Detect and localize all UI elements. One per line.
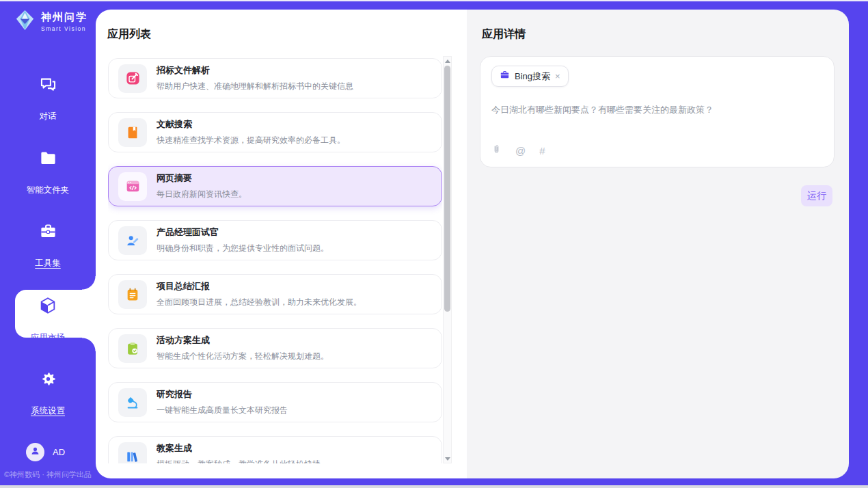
app-list-title: 应用列表 <box>107 27 151 42</box>
mention-icon[interactable]: @ <box>515 145 526 157</box>
sidebar-item-0[interactable]: 对话 <box>0 75 96 122</box>
app-desc: 智能生成个性化活动方案，轻松解决规划难题。 <box>157 351 329 362</box>
webpage-icon <box>118 172 147 201</box>
app-detail-panel: 应用详情 Bing搜索 × 今日湖北有哪些新闻要点？有哪些需要关注的最新政策？ <box>467 10 849 478</box>
sidebar-item-label: 系统设置 <box>31 405 65 417</box>
app-desc: 快速精准查找学术资源，提高研究效率的必备工具。 <box>157 135 345 146</box>
brand-logo: 神州问学 Smart Vision <box>14 9 87 34</box>
app-name: 活动方案生成 <box>157 334 329 347</box>
folder-icon <box>0 149 96 167</box>
user-initials: AD <box>53 447 65 457</box>
hash-icon[interactable]: # <box>539 145 545 157</box>
app-desc: 帮助用户快速、准确地理解和解析招标书中的关键信息 <box>157 81 353 92</box>
app-card-7[interactable]: 教案生成模板驱动，教案秒成，教学准备从此轻松快捷 <box>108 436 442 463</box>
person-icon <box>29 445 41 459</box>
user-row[interactable]: AD <box>26 443 65 461</box>
sidebar-item-label: 工具集 <box>35 258 61 269</box>
app-card-0[interactable]: 招标文件解析帮助用户快速、准确地理解和解析招标书中的关键信息 <box>108 58 442 98</box>
interview-icon <box>118 226 147 255</box>
report-icon <box>118 280 147 309</box>
brand-subtitle: Smart Vision <box>41 25 87 32</box>
tool-tag-bing-search[interactable]: Bing搜索 × <box>491 66 569 87</box>
gear-icon <box>0 370 96 388</box>
brand-name: 神州问学 <box>41 11 87 24</box>
sidebar-item-label: 对话 <box>40 111 57 122</box>
app-name: 研究报告 <box>157 388 288 401</box>
app-desc: 一键智能生成高质量长文本研究报告 <box>157 405 288 416</box>
clipboard-icon <box>118 334 147 363</box>
main-content: 应用列表 招标文件解析帮助用户快速、准确地理解和解析招标书中的关键信息文献搜索快… <box>96 10 849 478</box>
scrollbar-thumb[interactable] <box>444 66 450 312</box>
app-detail-title: 应用详情 <box>482 27 526 42</box>
app-desc: 全面回顾项目进展，总结经验教训，助力未来优化发展。 <box>157 297 362 308</box>
copyright-text: ©神州数码 · 神州问学出品 <box>4 470 92 480</box>
sidebar-item-label: 智能文件夹 <box>27 185 70 196</box>
briefcase-icon <box>500 70 510 83</box>
avatar[interactable] <box>26 443 44 461</box>
sidebar-item-2[interactable]: 工具集 <box>0 222 96 269</box>
prompt-input[interactable]: 今日湖北有哪些新闻要点？有哪些需要关注的最新政策？ <box>491 104 823 116</box>
app-desc: 明确身份和职责，为您提供专业性的面试问题。 <box>157 243 329 254</box>
input-toolbar: @ # <box>491 144 545 158</box>
app-card-4[interactable]: 项目总结汇报全面回顾项目进展，总结经验教训，助力未来优化发展。 <box>108 274 442 314</box>
window-top-edge <box>0 0 868 1</box>
app-desc: 每日政府新闻资讯快查。 <box>157 189 247 200</box>
app-card-2[interactable]: 网页摘要每日政府新闻资讯快查。 <box>108 166 442 206</box>
sidebar-item-label: 应用市场 <box>31 332 65 344</box>
sidebar-item-3[interactable]: 应用市场 <box>0 296 96 344</box>
app-card-5[interactable]: 活动方案生成智能生成个性化活动方案，轻松解决规划难题。 <box>108 328 442 368</box>
tool-tag-label: Bing搜索 <box>515 70 550 83</box>
app-name: 产品经理面试官 <box>157 226 329 239</box>
prompt-card: Bing搜索 × 今日湖北有哪些新闻要点？有哪些需要关注的最新政策？ @ # <box>480 56 835 167</box>
book-icon <box>118 118 147 147</box>
app-list-panel: 应用列表 招标文件解析帮助用户快速、准确地理解和解析招标书中的关键信息文献搜索快… <box>96 10 467 478</box>
app-list: 招标文件解析帮助用户快速、准确地理解和解析招标书中的关键信息文献搜索快速精准查找… <box>108 58 442 463</box>
app-name: 教案生成 <box>157 442 321 455</box>
tag-close-icon[interactable]: × <box>555 72 560 81</box>
cube-icon <box>0 296 96 315</box>
bid-edit-icon <box>118 64 147 93</box>
app-list-scrollbar[interactable] <box>443 56 452 463</box>
sidebar-item-4[interactable]: 系统设置 <box>0 370 96 417</box>
books-icon <box>118 442 147 464</box>
app-desc: 模板驱动，教案秒成，教学准备从此轻松快捷 <box>157 459 321 463</box>
paperclip-icon[interactable] <box>491 144 502 158</box>
window-bottom-edge <box>0 485 868 488</box>
scroll-up-arrow-icon[interactable] <box>444 57 451 65</box>
app-card-3[interactable]: 产品经理面试官明确身份和职责，为您提供专业性的面试问题。 <box>108 220 442 260</box>
app-card-6[interactable]: 研究报告一键智能生成高质量长文本研究报告 <box>108 382 442 422</box>
scroll-down-arrow-icon[interactable] <box>444 455 451 463</box>
sidebar-item-1[interactable]: 智能文件夹 <box>0 149 96 196</box>
app-name: 项目总结汇报 <box>157 280 362 293</box>
sidebar: 神州问学 Smart Vision 对话智能文件夹工具集应用市场系统设置 AD … <box>0 0 96 488</box>
app-card-1[interactable]: 文献搜索快速精准查找学术资源，提高研究效率的必备工具。 <box>108 112 442 152</box>
app-name: 文献搜索 <box>157 118 345 131</box>
research-icon <box>118 388 147 417</box>
diamond-logo-icon <box>14 9 36 34</box>
toolbox-icon <box>0 222 96 241</box>
run-button[interactable]: 运行 <box>801 185 832 206</box>
app-name: 招标文件解析 <box>157 64 353 77</box>
chat-icon <box>0 75 96 94</box>
app-name: 网页摘要 <box>157 172 247 185</box>
